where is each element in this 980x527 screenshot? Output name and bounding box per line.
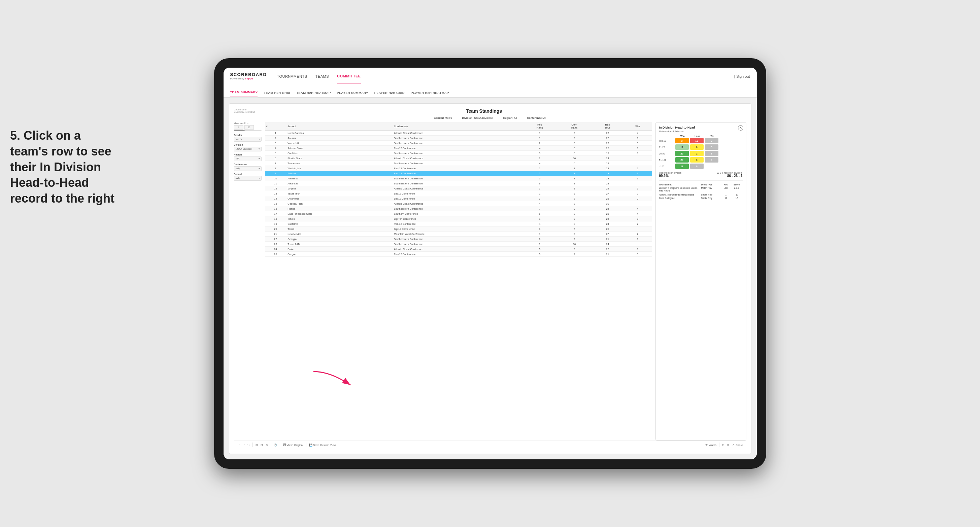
table-row[interactable]: 16FloridaSoutheastern Conference79244 (265, 206, 652, 211)
save-custom-btn[interactable]: 💾 Save Custom View (309, 444, 336, 446)
region-select[interactable]: N/A▾ (234, 157, 262, 161)
h2h-row-51-100: 51-100 20 3 0 (659, 157, 743, 162)
table-row[interactable]: 10AlabamaSoutheastern Conference58233 (265, 176, 652, 181)
bottom-toolbar: ↩ ↩ ↪ ⊞ ⊟ ⊕ 🕐 🖼 View: Original (234, 441, 746, 449)
tournament-row-1: Jackson T. Stephens Cup Men's Match-Play… (659, 187, 743, 192)
toolbar-clock[interactable]: 🕐 (274, 444, 277, 446)
logo-title: SCOREBOARD (230, 72, 267, 77)
table-row[interactable]: 14OklahomaBig 12 Conference38262 (265, 196, 652, 201)
table-row[interactable]: 13Texas TechBig 12 Conference19272 (265, 191, 652, 196)
h2h-stats: Opponents in division: 99.1% W-L-T recor… (659, 171, 743, 178)
h2h-row-11-25: 11-25 11 8 0 (659, 144, 743, 150)
annotation-text: 5. Click on a team's row to see their In… (10, 128, 121, 206)
h2h-title: In Division Head-to-Head (659, 126, 743, 129)
tablet-frame: SCOREBOARD Powered by clippd TOURNAMENTS… (214, 58, 766, 469)
subnav-player-summary[interactable]: PLAYER SUMMARY (337, 91, 368, 97)
main-content: Update time: 27/03/2024 15:56:26 Team St… (224, 98, 757, 459)
filter-school: School (All)▾ (234, 173, 262, 181)
filter-region: Region N/A▾ (234, 154, 262, 161)
table-row[interactable]: 12VirginiaAtlantic Coast Conference38241 (265, 186, 652, 191)
filter-conference: Conference (All)▾ (234, 163, 262, 171)
filter-min-rounds: Minimum Rou... 4 20 (234, 122, 262, 131)
table-row[interactable]: 9ArizonaPac-12 Conference58233 (265, 171, 652, 176)
subnav-team-h2h-grid[interactable]: TEAM H2H GRID (264, 91, 290, 97)
min-rounds-input2[interactable]: 20 (244, 125, 254, 130)
table-row[interactable]: 22GeorgiaSoutheastern Conference87211 (265, 237, 652, 241)
table-row[interactable]: 25OregonPac-12 Conference57210 (265, 252, 652, 257)
logo: SCOREBOARD Powered by clippd (230, 72, 267, 80)
nav-teams[interactable]: TEAMS (315, 75, 329, 78)
table-row[interactable]: 1North CarolinaAtlantic Coast Conference… (265, 130, 652, 136)
table-row[interactable]: 6Florida StateAtlantic Coast Conference2… (265, 156, 652, 161)
table-row[interactable]: 24DukeAtlantic Coast Conference59271 (265, 247, 652, 252)
table-row[interactable]: 20TexasBig 12 Conference3720 (265, 227, 652, 232)
table-row[interactable]: 3VanderbiltSoutheastern Conference28235 (265, 141, 652, 146)
filter-gender: Gender Men's▾ (234, 134, 262, 142)
panel-title: Team Standings (256, 108, 713, 114)
tournament-row-3: Cabo Collegiate Stroke Play 11 17 (659, 197, 743, 199)
conference-select[interactable]: (All)▾ (234, 166, 262, 171)
nav-tournaments[interactable]: TOURNAMENTS (277, 75, 307, 78)
subnav-team-summary[interactable]: TEAM SUMMARY (230, 90, 258, 97)
h2h-row-top10: Top 10 3 13 0 (659, 138, 743, 143)
view-original-btn[interactable]: 🖼 View: Original (283, 443, 303, 446)
table-row[interactable]: 4Arizona StatePac-12 Conference46261 (265, 146, 652, 151)
table-row[interactable]: 2AuburnSoutheastern Conference19276 (265, 136, 652, 141)
subnav-player-h2h-heatmap[interactable]: PLAYER H2H HEATMAP (411, 91, 449, 97)
h2h-row-26-50: 26-50 25 2 1 (659, 151, 743, 156)
toolbar-more[interactable]: ⊕ (266, 444, 268, 446)
filters-sidebar: Minimum Rou... 4 20 (234, 122, 262, 441)
undo2-btn[interactable]: ↩ (242, 444, 245, 446)
standings-table: # School Conference RegRank ConfRank Rds… (265, 122, 652, 257)
content-panel: Update time: 27/03/2024 15:56:26 Team St… (229, 103, 751, 454)
table-row[interactable]: 17East Tennessee StateSouthern Conferenc… (265, 211, 652, 216)
filter-division: Division NCAA Division I▾ (234, 144, 262, 151)
h2h-team: University of Arizona (659, 130, 743, 133)
toolbar-copy[interactable]: ⊞ (256, 444, 258, 446)
panel-body: Minimum Rou... 4 20 (234, 122, 746, 441)
top-nav: SCOREBOARD Powered by clippd TOURNAMENTS… (224, 68, 757, 85)
panel-header: Update time: 27/03/2024 15:56:26 Team St… (234, 108, 746, 114)
h2h-panel: In Division Head-to-Head University of A… (655, 122, 746, 441)
standings-table-container: # School Conference RegRank ConfRank Rds… (265, 122, 652, 441)
logo-subtitle: Powered by clippd (230, 78, 267, 80)
table-row[interactable]: 11ArkansasSoutheastern Conference6823 (265, 181, 652, 186)
watch-btn[interactable]: 👁 Watch (705, 444, 716, 446)
division-select[interactable]: NCAA Division I▾ (234, 147, 262, 151)
nav-committee[interactable]: COMMITTEE (337, 74, 361, 83)
table-row[interactable]: 15Georgia TechAtlantic Coast Conference4… (265, 201, 652, 206)
gender-select[interactable]: Men's▾ (234, 137, 262, 142)
table-row[interactable]: 18IllinoisBig Ten Conference19253 (265, 216, 652, 221)
tournament-row-2: Arizona Thunderbirds Intercollegiate Str… (659, 194, 743, 196)
table-row[interactable]: 5Ole MissSoutheastern Conference36181 (265, 151, 652, 156)
update-time: Update time: 27/03/2024 15:56:26 (234, 108, 256, 113)
table-row[interactable]: 8WashingtonPac-12 Conference28231 (265, 166, 652, 171)
school-select[interactable]: (All)▾ (234, 176, 262, 181)
toolbar-icon2[interactable]: ⊞ (727, 444, 730, 446)
table-row[interactable]: 23Texas A&MSoutheastern Conference91024 (265, 241, 652, 247)
subnav-player-h2h-grid[interactable]: PLAYER H2H GRID (374, 91, 405, 97)
min-rounds-input1[interactable]: 4 (234, 125, 243, 130)
filter-summary: Gender: Men's Division: NCAA Division I … (234, 116, 746, 119)
subnav-team-h2h-heatmap[interactable]: TEAM H2H HEATMAP (296, 91, 331, 97)
table-row[interactable]: 19CaliforniaPac-12 Conference48242 (265, 221, 652, 227)
undo-btn[interactable]: ↩ (237, 444, 240, 446)
table-row[interactable]: 21New MexicoMountain West Conference1927… (265, 232, 652, 237)
toolbar-icon1[interactable]: ⊡ (722, 444, 724, 446)
h2h-row-gt100: >100 27 0 (659, 163, 743, 169)
share-btn[interactable]: ↗ Share (732, 444, 743, 446)
sub-nav: TEAM SUMMARY TEAM H2H GRID TEAM H2H HEAT… (224, 85, 757, 98)
toolbar-paste[interactable]: ⊟ (261, 444, 263, 446)
tablet-screen: SCOREBOARD Powered by clippd TOURNAMENTS… (224, 68, 757, 459)
redo-btn[interactable]: ↪ (247, 444, 250, 446)
tournament-section: Tournament Event Type Pos Score Jackson … (659, 183, 743, 199)
table-row[interactable]: 7TennesseeSoutheastern Conference4618 (265, 161, 652, 166)
h2h-close-btn[interactable]: ✕ (738, 125, 743, 130)
top-nav-items: TOURNAMENTS TEAMS COMMITTEE (277, 69, 729, 83)
sign-out-btn[interactable]: | Sign out (729, 75, 750, 78)
